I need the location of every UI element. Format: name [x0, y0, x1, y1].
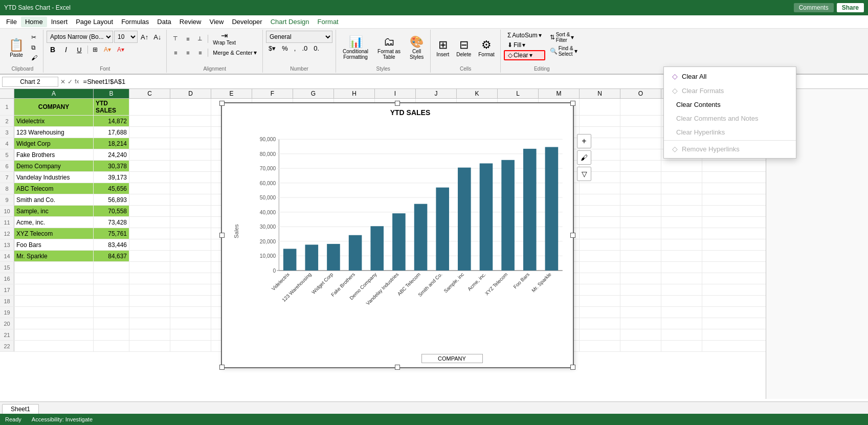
autosum-button[interactable]: Σ AutoSum ▾ [504, 31, 545, 40]
menu-page-layout[interactable]: Page Layout [72, 16, 117, 27]
cell-a[interactable] [14, 341, 94, 351]
currency-button[interactable]: $▾ [266, 44, 278, 53]
chart-add-button[interactable]: + [577, 134, 591, 148]
cell-a[interactable] [14, 262, 94, 273]
cell-n[interactable] [580, 284, 620, 295]
cell-p[interactable] [661, 194, 702, 205]
cell-c[interactable] [129, 228, 170, 239]
cell-p[interactable] [661, 206, 702, 216]
cell-p[interactable] [661, 273, 702, 284]
cell-a[interactable]: Mr. Sparkle [14, 251, 94, 261]
cell-p[interactable] [661, 217, 702, 228]
menu-data[interactable]: Data [153, 16, 175, 27]
chart-handle-tr[interactable] [570, 101, 575, 106]
fill-button[interactable]: ⬇ Fill ▾ [504, 40, 545, 50]
cell-d[interactable] [170, 183, 211, 194]
cell-b[interactable]: 73,428 [94, 217, 129, 228]
cell-o[interactable] [620, 284, 661, 295]
cell-p[interactable] [661, 329, 702, 340]
cell-d[interactable] [170, 194, 211, 205]
paste-button[interactable]: 📋 Paste [5, 34, 28, 61]
menu-review[interactable]: Review [175, 16, 206, 27]
cell-o[interactable] [620, 194, 661, 205]
cell-a[interactable]: Demo Company [14, 161, 94, 171]
cell-n[interactable] [580, 217, 620, 228]
comments-button[interactable]: Comments [794, 3, 834, 12]
cell-d[interactable] [170, 307, 211, 318]
cell-b[interactable]: 83,446 [94, 239, 129, 250]
cell-o[interactable] [620, 239, 661, 250]
cell-a[interactable]: Sample, inc [14, 206, 94, 216]
cell-p[interactable] [661, 251, 702, 261]
cell-c[interactable] [129, 318, 170, 329]
cell-c[interactable] [129, 99, 170, 115]
cell-o[interactable] [620, 262, 661, 273]
cell-c[interactable] [129, 138, 170, 149]
cell-c[interactable] [129, 341, 170, 351]
menu-home[interactable]: Home [21, 16, 47, 27]
cell-o[interactable] [620, 161, 661, 171]
delete-button[interactable]: ⊟ Delete [454, 37, 474, 59]
format-as-table-button[interactable]: 🗂 Format asTable [374, 34, 404, 61]
cell-b[interactable] [94, 307, 129, 318]
cell-o[interactable] [620, 228, 661, 239]
chart-handle-br[interactable] [570, 365, 575, 370]
cell-o[interactable] [620, 217, 661, 228]
cell-c[interactable] [129, 161, 170, 171]
cell-b[interactable] [94, 284, 129, 295]
cell-d[interactable] [170, 99, 211, 115]
cell-b[interactable]: 39,173 [94, 172, 129, 183]
format-button[interactable]: ⚙ Format [476, 37, 497, 59]
cell-b[interactable] [94, 341, 129, 351]
cell-o[interactable] [620, 127, 661, 138]
align-bottom-button[interactable]: ⊥ [194, 34, 206, 44]
cell-c[interactable] [129, 296, 170, 306]
cell-a[interactable]: Foo Bars [14, 239, 94, 250]
cell-d[interactable] [170, 206, 211, 216]
cell-d[interactable] [170, 341, 211, 351]
cell-b[interactable]: 24,240 [94, 149, 129, 160]
cell-b[interactable]: 70,558 [94, 206, 129, 216]
align-middle-button[interactable]: ≡ [182, 34, 193, 44]
cell-p[interactable] [661, 183, 702, 194]
cell-n[interactable] [580, 329, 620, 340]
cell-n[interactable] [580, 273, 620, 284]
merge-center-button[interactable]: Merge & Center ▾ [210, 48, 259, 57]
cell-n[interactable] [580, 206, 620, 216]
cell-b[interactable]: 17,688 [94, 127, 129, 138]
copy-button[interactable]: ⧉ [29, 43, 40, 52]
cell-c[interactable] [129, 251, 170, 261]
cell-n[interactable] [580, 296, 620, 306]
cell-c[interactable] [129, 206, 170, 216]
menu-insert[interactable]: Insert [47, 16, 72, 27]
col-header-o[interactable]: O [620, 89, 661, 98]
col-header-i[interactable]: I [375, 89, 416, 98]
chart-handle-tm[interactable] [395, 101, 400, 106]
align-left-button[interactable]: ≡ [170, 48, 181, 58]
menu-file[interactable]: File [2, 16, 21, 27]
align-right-button[interactable]: ≡ [194, 48, 206, 58]
cell-o[interactable] [620, 138, 661, 149]
menu-view[interactable]: View [205, 16, 228, 27]
share-button[interactable]: Share [837, 3, 864, 12]
cell-a[interactable] [14, 273, 94, 284]
cell-b[interactable] [94, 329, 129, 340]
col-header-k[interactable]: K [457, 89, 498, 98]
confirm-formula-button[interactable]: ✓ [68, 78, 73, 85]
cell-n[interactable] [580, 262, 620, 273]
clear-button[interactable]: ◇ Clear ▾ [504, 50, 545, 60]
col-header-e[interactable]: E [211, 89, 252, 98]
cell-n[interactable] [580, 99, 620, 115]
cell-b[interactable]: 84,637 [94, 251, 129, 261]
comma-button[interactable]: , [292, 44, 299, 53]
cell-c[interactable] [129, 273, 170, 284]
col-header-g[interactable]: G [293, 89, 334, 98]
cell-o[interactable] [620, 99, 661, 115]
cell-c[interactable] [129, 329, 170, 340]
col-header-j[interactable]: J [416, 89, 457, 98]
chart-handle-mr[interactable] [570, 233, 575, 238]
col-header-h[interactable]: H [334, 89, 375, 98]
menu-developer[interactable]: Developer [228, 16, 266, 27]
cell-n[interactable] [580, 116, 620, 126]
cell-o[interactable] [620, 206, 661, 216]
